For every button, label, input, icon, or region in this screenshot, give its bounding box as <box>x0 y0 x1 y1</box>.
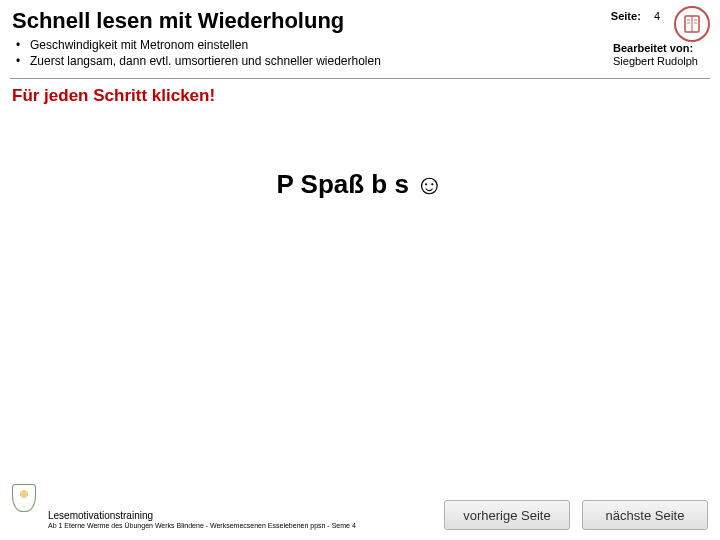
bullet-icon: • <box>16 54 30 70</box>
smiley-icon: ☺ <box>415 171 444 199</box>
page-number: Seite: 4 <box>611 10 660 22</box>
author-block: Bearbeitet von: Siegbert Rudolph <box>613 42 698 68</box>
bullet-list: • Geschwindigkeit mit Metronom einstelle… <box>16 38 708 69</box>
center-content: P Spaß b s ☺ <box>0 175 720 200</box>
list-item: • Zuerst langsam, dann evtl. umsortieren… <box>16 54 708 70</box>
overlay-text-value: P Spaß b s <box>276 169 408 200</box>
overlay-text-main: P Spaß b s ☺ <box>276 169 443 200</box>
bullet-text: Zuerst langsam, dann evtl. umsortieren u… <box>30 54 381 70</box>
previous-page-button[interactable]: vorherige Seite <box>444 500 570 530</box>
bullet-icon: • <box>16 38 30 54</box>
footer-caption-title: Lesemotivationstraining <box>48 510 356 521</box>
footer-caption-path: Ab 1 Eterne Werme des Übungen Werks Blin… <box>48 522 356 530</box>
shield-icon <box>12 484 36 512</box>
author-name: Siegbert Rudolph <box>613 55 698 68</box>
click-hint: Für jeden Schritt klicken! <box>12 86 215 106</box>
footer-caption: Lesemotivationstraining Ab 1 Eterne Werm… <box>48 510 356 530</box>
book-icon <box>680 12 704 36</box>
page-title: Schnell lesen mit Wiederholung <box>12 8 708 34</box>
footer-logo <box>12 484 36 512</box>
header-logo-icon <box>674 6 710 42</box>
page-label: Seite: <box>611 10 641 22</box>
next-page-button[interactable]: nächste Seite <box>582 500 708 530</box>
page-value: 4 <box>654 10 660 22</box>
bullet-text: Geschwindigkeit mit Metronom einstellen <box>30 38 248 54</box>
author-label: Bearbeitet von: <box>613 42 698 55</box>
slide: Schnell lesen mit Wiederholung • Geschwi… <box>0 0 720 540</box>
header-divider <box>10 78 710 79</box>
list-item: • Geschwindigkeit mit Metronom einstelle… <box>16 38 708 54</box>
